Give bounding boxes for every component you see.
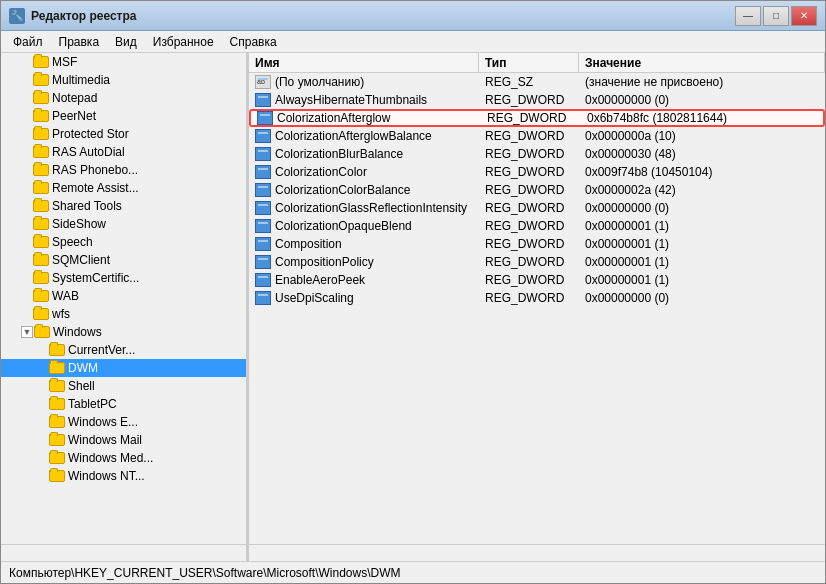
value-type: REG_DWORD	[479, 164, 579, 180]
folder-icon	[49, 398, 65, 410]
reg-icon	[255, 183, 271, 197]
tree-item[interactable]: RAS AutoDial	[1, 143, 246, 161]
window-title: Редактор реестра	[31, 9, 735, 23]
folder-icon	[33, 56, 49, 68]
values-panel: Имя Тип Значение (По умолчанию) REG_SZ (…	[249, 53, 825, 561]
value-type: REG_DWORD	[479, 290, 579, 306]
folder-icon	[33, 236, 49, 248]
tree-item[interactable]: Speech	[1, 233, 246, 251]
value-data: 0x00000001 (1)	[579, 254, 825, 270]
tree-item[interactable]: CurrentVer...	[1, 341, 246, 359]
folder-icon	[33, 200, 49, 212]
tree-item[interactable]: SQMClient	[1, 251, 246, 269]
tree-item[interactable]: SideShow	[1, 215, 246, 233]
reg-icon	[255, 255, 271, 269]
tree-item[interactable]: DWM	[1, 359, 246, 377]
value-name: ColorizationAfterglowBalance	[249, 128, 479, 144]
reg-icon	[255, 273, 271, 287]
folder-icon	[33, 110, 49, 122]
tree-item[interactable]: MSF	[1, 53, 246, 71]
value-name: UseDpiScaling	[249, 290, 479, 306]
value-name: EnableAeroPeek	[249, 272, 479, 288]
registry-value-row[interactable]: ColorizationGlassReflectionIntensity REG…	[249, 199, 825, 217]
menu-view[interactable]: Вид	[107, 33, 145, 51]
value-type: REG_DWORD	[479, 254, 579, 270]
registry-value-row[interactable]: ColorizationBlurBalance REG_DWORD 0x0000…	[249, 145, 825, 163]
tree-item[interactable]: Remote Assist...	[1, 179, 246, 197]
tree-item[interactable]: Windows E...	[1, 413, 246, 431]
folder-icon	[33, 290, 49, 302]
value-type: REG_DWORD	[479, 272, 579, 288]
minimize-button[interactable]: —	[735, 6, 761, 26]
registry-value-row[interactable]: ColorizationAfterglowBalance REG_DWORD 0…	[249, 127, 825, 145]
value-name: ColorizationBlurBalance	[249, 146, 479, 162]
registry-value-row[interactable]: ColorizationColorBalance REG_DWORD 0x000…	[249, 181, 825, 199]
value-type: REG_DWORD	[479, 128, 579, 144]
tree-item[interactable]: SystemCertific...	[1, 269, 246, 287]
reg-icon	[255, 291, 271, 305]
tree-item-label: Shell	[68, 379, 95, 393]
registry-value-row[interactable]: CompositionPolicy REG_DWORD 0x00000001 (…	[249, 253, 825, 271]
menu-favorites[interactable]: Избранное	[145, 33, 222, 51]
tree-item[interactable]: Shell	[1, 377, 246, 395]
tree-item[interactable]: Protected Stor	[1, 125, 246, 143]
menu-edit[interactable]: Правка	[51, 33, 108, 51]
close-button[interactable]: ✕	[791, 6, 817, 26]
tree-item-label: Windows NT...	[68, 469, 145, 483]
registry-value-row[interactable]: ColorizationColor REG_DWORD 0x009f74b8 (…	[249, 163, 825, 181]
value-data: 0x00000001 (1)	[579, 218, 825, 234]
value-name: ColorizationGlassReflectionIntensity	[249, 200, 479, 216]
tree-item-label: SQMClient	[52, 253, 110, 267]
tree-item-label: TabletPC	[68, 397, 117, 411]
tree-expand-icon[interactable]: ▼	[21, 326, 33, 338]
values-scroll[interactable]: (По умолчанию) REG_SZ (значение не присв…	[249, 73, 825, 544]
menu-file[interactable]: Файл	[5, 33, 51, 51]
tree-item-label: SystemCertific...	[52, 271, 139, 285]
folder-icon	[33, 308, 49, 320]
menu-help[interactable]: Справка	[222, 33, 285, 51]
registry-value-row[interactable]: UseDpiScaling REG_DWORD 0x00000000 (0)	[249, 289, 825, 307]
tree-item[interactable]: ▼Windows	[1, 323, 246, 341]
registry-value-row[interactable]: ColorizationOpaqueBlend REG_DWORD 0x0000…	[249, 217, 825, 235]
tree-item-label: WAB	[52, 289, 79, 303]
tree-panel: MSFMultimediaNotepadPeerNetProtected Sto…	[1, 53, 249, 561]
main-window: 🔧 Редактор реестра — □ ✕ Файл Правка Вид…	[0, 0, 826, 584]
tree-item-label: wfs	[52, 307, 70, 321]
tree-item[interactable]: Notepad	[1, 89, 246, 107]
tree-horizontal-scrollbar[interactable]	[1, 544, 246, 561]
registry-value-row[interactable]: (По умолчанию) REG_SZ (значение не присв…	[249, 73, 825, 91]
tree-item-label: Multimedia	[52, 73, 110, 87]
title-bar: 🔧 Редактор реестра — □ ✕	[1, 1, 825, 31]
tree-item[interactable]: wfs	[1, 305, 246, 323]
reg-icon	[255, 201, 271, 215]
tree-item[interactable]: Windows Med...	[1, 449, 246, 467]
tree-item[interactable]: RAS Phonebo...	[1, 161, 246, 179]
tree-item[interactable]: Shared Tools	[1, 197, 246, 215]
tree-item[interactable]: TabletPC	[1, 395, 246, 413]
values-horizontal-scrollbar[interactable]	[249, 544, 825, 561]
folder-icon	[49, 452, 65, 464]
folder-icon	[33, 254, 49, 266]
tree-item[interactable]: PeerNet	[1, 107, 246, 125]
value-data: 0x00000001 (1)	[579, 272, 825, 288]
tree-scroll[interactable]: MSFMultimediaNotepadPeerNetProtected Sto…	[1, 53, 246, 544]
maximize-button[interactable]: □	[763, 6, 789, 26]
value-type: REG_DWORD	[479, 182, 579, 198]
value-name: ColorizationAfterglow	[251, 110, 481, 126]
tree-item[interactable]: Windows Mail	[1, 431, 246, 449]
tree-item[interactable]: WAB	[1, 287, 246, 305]
registry-value-row[interactable]: AlwaysHibernateThumbnails REG_DWORD 0x00…	[249, 91, 825, 109]
value-name: ColorizationColor	[249, 164, 479, 180]
tree-item-label: CurrentVer...	[68, 343, 135, 357]
registry-value-row[interactable]: EnableAeroPeek REG_DWORD 0x00000001 (1)	[249, 271, 825, 289]
status-bar: Компьютер\HKEY_CURRENT_USER\Software\Mic…	[1, 561, 825, 583]
tree-item-label: RAS AutoDial	[52, 145, 125, 159]
tree-item[interactable]: Multimedia	[1, 71, 246, 89]
registry-value-row[interactable]: ColorizationAfterglow REG_DWORD 0x6b74b8…	[249, 109, 825, 127]
tree-item[interactable]: Windows NT...	[1, 467, 246, 485]
value-type: REG_DWORD	[479, 92, 579, 108]
tree-item-label: Speech	[52, 235, 93, 249]
registry-value-row[interactable]: Composition REG_DWORD 0x00000001 (1)	[249, 235, 825, 253]
folder-icon	[33, 272, 49, 284]
folder-icon	[49, 380, 65, 392]
